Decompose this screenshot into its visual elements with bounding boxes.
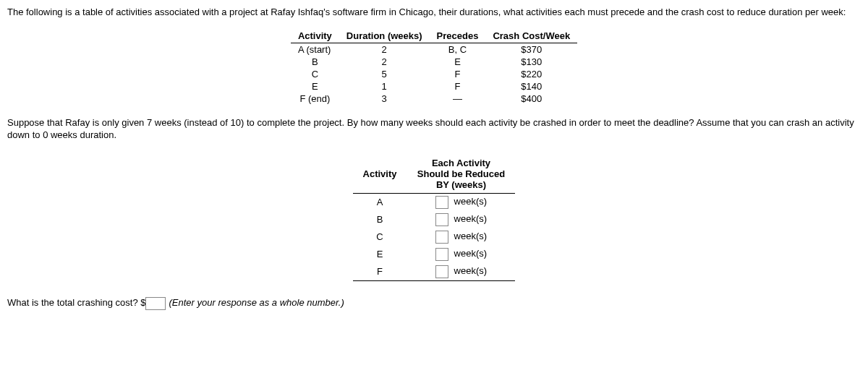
table-row: C week(s) [353, 228, 516, 246]
col-activity: Activity [291, 29, 339, 43]
weeks-input-e[interactable] [435, 248, 448, 261]
cell-precedes: — [430, 93, 486, 105]
question-text: Suppose that Rafay is only given 7 weeks… [7, 116, 861, 142]
cell-input: week(s) [407, 193, 515, 211]
col-reduce: Each Activity Should be Reduced BY (week… [407, 155, 515, 194]
response-hint: (Enter your response as a whole number.) [169, 297, 344, 308]
cell-input: week(s) [407, 211, 515, 228]
table-row: E week(s) [353, 246, 516, 263]
weeks-input-a[interactable] [435, 196, 448, 209]
activity-table-container: Activity Duration (weeks) Precedes Crash… [7, 29, 861, 105]
cell-activity: B [291, 56, 339, 68]
col-activity: Activity [353, 155, 407, 194]
col-precedes: Precedes [430, 29, 486, 43]
cell-input: week(s) [407, 228, 515, 246]
cell-cost: $370 [485, 43, 577, 56]
cell-precedes: F [430, 68, 486, 80]
table-row: E 1 F $140 [291, 80, 577, 93]
cell-input: week(s) [407, 263, 515, 281]
cell-duration: 2 [339, 43, 430, 56]
cell-cost: $140 [485, 80, 577, 93]
cell-precedes: F [430, 80, 486, 93]
cell-activity: B [353, 211, 407, 228]
weeks-input-f[interactable] [435, 265, 448, 278]
cell-duration: 2 [339, 56, 430, 68]
table-row: A week(s) [353, 193, 516, 211]
unit-label: week(s) [454, 213, 488, 224]
cell-activity: C [353, 228, 407, 246]
cell-cost: $130 [485, 56, 577, 68]
cell-activity: C [291, 68, 339, 80]
col-duration: Duration (weeks) [339, 29, 430, 43]
weeks-input-b[interactable] [435, 213, 448, 226]
cell-input: week(s) [407, 246, 515, 263]
unit-label: week(s) [454, 196, 488, 207]
table-row: B week(s) [353, 211, 516, 228]
table-row: F week(s) [353, 263, 516, 281]
cell-precedes: E [430, 56, 486, 68]
table-row: C 5 F $220 [291, 68, 577, 80]
table-row: F (end) 3 — $400 [291, 93, 577, 105]
activity-table: Activity Duration (weeks) Precedes Crash… [291, 29, 577, 105]
cell-activity: E [353, 246, 407, 263]
cell-cost: $220 [485, 68, 577, 80]
cell-duration: 3 [339, 93, 430, 105]
unit-label: week(s) [454, 265, 488, 276]
table-row: A (start) 2 B, C $370 [291, 43, 577, 56]
cell-activity: A [353, 193, 407, 211]
answer-table-container: Activity Each Activity Should be Reduced… [7, 155, 861, 281]
total-cost-question: What is the total crashing cost? $(Enter… [7, 297, 861, 310]
unit-label: week(s) [454, 231, 488, 241]
cell-duration: 5 [339, 68, 430, 80]
cell-activity: A (start) [291, 43, 339, 56]
total-cost-label: What is the total crashing cost? $ [7, 297, 145, 308]
weeks-input-c[interactable] [435, 231, 448, 244]
cell-duration: 1 [339, 80, 430, 93]
cell-precedes: B, C [430, 43, 486, 56]
total-cost-input[interactable] [145, 297, 166, 310]
cell-cost: $400 [485, 93, 577, 105]
unit-label: week(s) [454, 248, 488, 259]
answer-table: Activity Each Activity Should be Reduced… [353, 155, 516, 281]
table-row: B 2 E $130 [291, 56, 577, 68]
cell-activity: F [353, 263, 407, 281]
col-cost: Crash Cost/Week [485, 29, 577, 43]
cell-activity: E [291, 80, 339, 93]
cell-activity: F (end) [291, 93, 339, 105]
intro-text: The following is a table of activities a… [7, 6, 861, 19]
